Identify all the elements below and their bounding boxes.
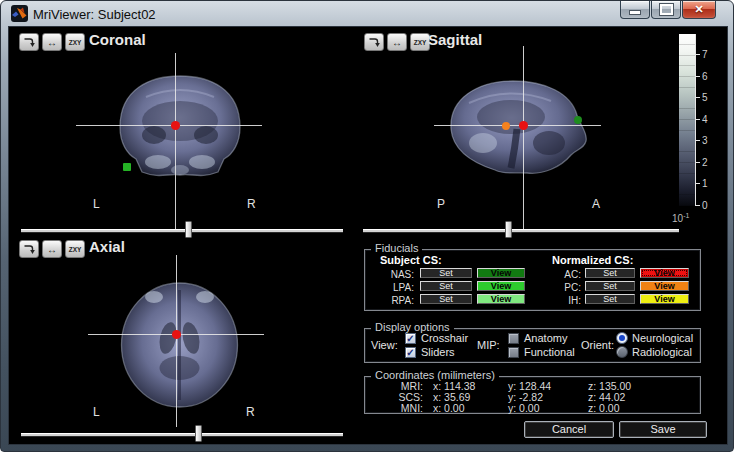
pc-view-button[interactable]: View xyxy=(640,281,689,291)
maximize-button[interactable] xyxy=(651,1,681,19)
radiological-radio-label[interactable]: Radiological xyxy=(632,346,692,358)
sagittal-fiducial-marker-green[interactable] xyxy=(574,116,582,124)
rotate-button[interactable] xyxy=(364,33,384,51)
rpa-view-button[interactable]: View xyxy=(477,294,525,304)
crosshair-checkbox[interactable]: ✓ xyxy=(405,333,416,344)
rotate-icon xyxy=(23,243,35,255)
sagittal-slice-slider[interactable] xyxy=(363,221,679,238)
mni-x-value: x: 0.00 xyxy=(433,402,465,414)
colorbar-tick: 7 xyxy=(702,49,720,60)
coronal-slider-thumb[interactable] xyxy=(185,221,192,238)
coronal-left-label: L xyxy=(93,197,100,211)
rotate-button[interactable] xyxy=(19,33,39,51)
colorbar-tick: 3 xyxy=(702,135,720,146)
rpa-label: RPA: xyxy=(374,295,414,306)
mip-label: MIP: xyxy=(477,339,500,351)
lpa-view-button[interactable]: View xyxy=(477,281,525,291)
minimize-icon xyxy=(629,10,641,15)
crosshair-checkbox-label[interactable]: Crosshair xyxy=(421,332,468,344)
neurological-radio-label[interactable]: Neurological xyxy=(632,332,693,344)
axial-crosshair-vertical xyxy=(176,255,177,427)
axial-view-title: Axial xyxy=(89,238,125,255)
close-icon: ✕ xyxy=(694,3,703,16)
permute-icon: ZXY xyxy=(69,39,82,46)
subject-cs-header: Subject CS: xyxy=(380,254,442,266)
permute-button[interactable]: ZXY xyxy=(65,33,85,51)
mni-y-value: y: 0.00 xyxy=(508,402,540,414)
ih-set-button[interactable]: Set xyxy=(585,294,635,304)
colorbar-tick: 6 xyxy=(702,71,720,82)
sagittal-anterior-label: A xyxy=(592,197,600,211)
save-button[interactable]: Save xyxy=(619,421,707,438)
ac-view-button[interactable]: View xyxy=(640,268,689,278)
sagittal-crosshair-vertical xyxy=(523,46,524,231)
axial-slice-slider[interactable] xyxy=(21,425,343,442)
coronal-cursor-marker[interactable] xyxy=(171,121,180,130)
colorbar-tick: 1 xyxy=(702,178,720,189)
axial-slice-image[interactable] xyxy=(116,280,243,410)
app-window: MriViewer: Subject02 ✕ ↔ ZXY Coronal xyxy=(0,0,734,452)
rpa-set-button[interactable]: Set xyxy=(420,294,472,304)
flip-icon: ↔ xyxy=(392,37,402,48)
nas-set-button[interactable]: Set xyxy=(420,268,472,278)
coronal-view-title: Coronal xyxy=(89,31,146,48)
axial-cursor-marker[interactable] xyxy=(172,330,181,339)
anatomy-checkbox[interactable] xyxy=(508,333,519,344)
coronal-slice-image[interactable] xyxy=(96,69,264,179)
flip-button[interactable]: ↔ xyxy=(42,240,62,258)
coronal-fiducial-marker[interactable] xyxy=(123,163,131,171)
orient-label: Orient: xyxy=(581,339,614,351)
sagittal-slider-thumb[interactable] xyxy=(505,221,512,238)
permute-button[interactable]: ZXY xyxy=(65,240,85,258)
axial-right-label: R xyxy=(246,405,255,419)
maximize-icon xyxy=(660,4,673,15)
mni-z-value: z: 0.00 xyxy=(588,402,620,414)
axial-slider-thumb[interactable] xyxy=(195,425,202,442)
coordinates-panel: Coordinates (milimeters) MRI: x: 114.38 … xyxy=(364,376,701,414)
window-title: MriViewer: Subject02 xyxy=(33,7,156,22)
axial-left-label: L xyxy=(93,405,100,419)
title-bar[interactable]: MriViewer: Subject02 ✕ xyxy=(1,1,733,27)
coronal-crosshair-vertical xyxy=(175,53,176,231)
coronal-slice-slider[interactable] xyxy=(21,221,343,238)
mni-row-label: MNI: xyxy=(365,402,423,414)
permute-icon: ZXY xyxy=(414,39,427,46)
display-options-panel: Display options View: ✓ Crosshair ✓ Slid… xyxy=(364,328,701,363)
flip-button[interactable]: ↔ xyxy=(42,33,62,51)
coronal-crosshair-horizontal xyxy=(76,125,262,126)
colorbar[interactable]: 7 6 5 4 3 2 1 0 10-1 xyxy=(679,34,725,234)
pc-set-button[interactable]: Set xyxy=(585,281,635,291)
functional-checkbox[interactable] xyxy=(508,347,519,358)
sagittal-fiducial-marker-orange[interactable] xyxy=(502,122,510,130)
nas-view-button[interactable]: View xyxy=(477,268,525,278)
neurological-radio[interactable] xyxy=(616,332,628,344)
permute-icon: ZXY xyxy=(69,246,82,253)
matlab-icon xyxy=(11,5,28,22)
close-button[interactable]: ✕ xyxy=(682,1,716,19)
sagittal-slider-track[interactable] xyxy=(363,229,679,232)
colorbar-tick: 5 xyxy=(702,92,720,103)
minimize-button[interactable] xyxy=(620,1,650,19)
sagittal-cursor-marker[interactable] xyxy=(519,121,528,130)
coronal-slider-track[interactable] xyxy=(21,229,343,232)
lpa-set-button[interactable]: Set xyxy=(420,281,472,291)
rotate-button[interactable] xyxy=(19,240,39,258)
axial-slider-track[interactable] xyxy=(21,433,343,436)
ac-set-button[interactable]: Set xyxy=(585,268,635,278)
permute-button[interactable]: ZXY xyxy=(410,33,430,51)
flip-icon: ↔ xyxy=(47,244,57,255)
view-label: View: xyxy=(371,339,398,351)
functional-checkbox-label[interactable]: Functional xyxy=(524,346,575,358)
ih-view-button[interactable]: View xyxy=(640,294,689,304)
radiological-radio[interactable] xyxy=(616,346,628,358)
sagittal-slice-image[interactable] xyxy=(439,73,594,179)
sliders-checkbox[interactable]: ✓ xyxy=(405,347,416,358)
coronal-toolbar: ↔ ZXY xyxy=(19,33,85,51)
ih-label: IH: xyxy=(541,295,581,306)
sliders-checkbox-label[interactable]: Sliders xyxy=(421,346,455,358)
flip-button[interactable]: ↔ xyxy=(387,33,407,51)
anatomy-checkbox-label[interactable]: Anatomy xyxy=(524,332,567,344)
colorbar-scale-label: 10-1 xyxy=(672,212,689,224)
colorbar-gradient[interactable] xyxy=(679,34,695,206)
cancel-button[interactable]: Cancel xyxy=(524,421,614,438)
